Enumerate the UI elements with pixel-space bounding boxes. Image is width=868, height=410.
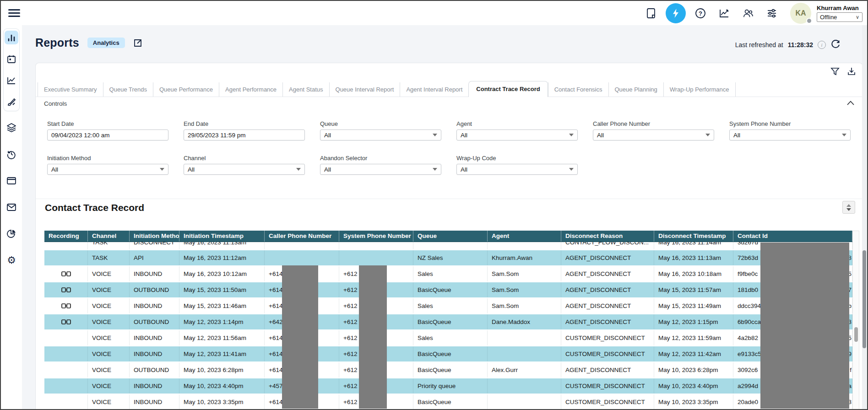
agents-icon[interactable] [743,8,754,19]
sidebar-item-reports[interactable] [5,31,18,44]
info-icon[interactable]: i [818,41,826,49]
chevron-down-icon [842,134,846,136]
table-row[interactable]: VOICEINBOUNDMay 12, 2023 11:56am+614+612… [44,330,852,346]
tab-agent-status[interactable]: Agent Status [282,82,329,97]
table-row[interactable]: VOICEOUTBOUNDMay 12, 2023 1:14pm+642+612… [44,314,852,330]
notes-icon[interactable] [646,8,656,19]
filter-select[interactable]: All [456,129,578,140]
tab-agent-interval-report[interactable]: Agent Interval Report [400,82,468,97]
table-row[interactable]: VOICEINBOUNDMay 15, 2023 11:46am+614+612… [44,298,852,314]
cell-method: INBOUND [130,330,179,345]
sidebar-item-trends[interactable] [5,74,18,87]
step-up-icon[interactable] [846,204,851,207]
recording-cell-empty [44,250,88,265]
sliders-icon[interactable] [766,8,777,19]
contact-id-tail: f [850,367,852,373]
sidebar-item-layers[interactable] [6,122,17,133]
help-icon[interactable]: ? [695,8,706,19]
sidebar-item-pie[interactable] [6,228,17,239]
collapse-chevron-icon[interactable] [847,100,854,106]
chevron-down-icon [160,168,164,171]
recording-cell[interactable] [44,282,88,297]
filter-select[interactable]: All [456,164,578,175]
column-header-system-phone-number[interactable]: System Phone Number [339,231,413,242]
tab-contact-forensics[interactable]: Contact Forensics [548,82,608,97]
step-down-icon[interactable] [846,208,851,211]
filter-select[interactable]: All [729,129,851,140]
page-scrollbar-thumb[interactable] [863,250,866,348]
date-input[interactable]: 09/04/2023 12:00 am [47,129,168,140]
recording-cell[interactable] [44,314,88,329]
table-scrollbar-thumb[interactable] [854,327,858,342]
sidebar-item-browser[interactable] [6,175,17,186]
tab-queue-planning[interactable]: Queue Planning [608,82,663,97]
sidebar-item-history[interactable] [6,149,17,160]
column-header-caller-phone-number[interactable]: Caller Phone Number [265,231,339,242]
control-field: QueueAll [320,120,441,140]
recording-cell[interactable] [44,266,88,281]
cell-disc_ts: May 15, 2023 11:57am [654,282,733,297]
contact-id-prefix: 3092c6 [738,367,758,373]
sidebar-item-settings[interactable]: ⚙ [6,255,17,266]
table-row[interactable]: VOICEINBOUNDMay 12, 2023 11:41am+614+612… [44,346,852,362]
recording-cell-empty [44,394,88,410]
download-icon[interactable] [847,67,856,76]
brush-icon [7,97,16,107]
recording-cell[interactable] [44,298,88,313]
sidebar-item-schedule[interactable] [5,52,18,66]
column-header-disconnect-timestamp[interactable]: Disconnect Timestamp [654,231,733,242]
filter-icon[interactable] [830,67,840,76]
sidebar-item-design[interactable] [5,95,18,109]
column-header-queue[interactable]: Queue [413,231,488,242]
sidebar-item-mail[interactable] [6,202,17,213]
table-row[interactable]: VOICEINBOUNDMay 10, 2023 3:35pm+614+612B… [44,394,852,410]
tab-agent-performance[interactable]: Agent Performance [219,82,282,97]
cell-agent: Dane.Maddox [488,314,561,329]
contact-id-prefix: ddcc394 [738,302,761,309]
chevron-down-icon: ∨ [856,14,859,20]
cell-method: OUTBOUND [130,314,179,329]
external-link-icon[interactable] [133,38,142,48]
date-input[interactable]: 29/05/2023 11:59 pm [184,129,305,140]
contact-id-prefix: 6b90cca [738,318,761,325]
column-header-recording[interactable]: Recording [44,231,88,242]
table-row[interactable]: TASKDISCONNECTMay 16, 2023 11:13amCONTAC… [44,242,852,250]
agent-status-select[interactable]: Offline∨ [817,12,863,22]
column-header-initiation-timestamp[interactable]: Initiation Timestamp [179,231,265,242]
tab-wrap-up-performance[interactable]: Wrap-Up Performance [663,82,736,97]
contact-id-prefix: f9fbe0c [738,270,758,277]
column-header-agent[interactable]: Agent [488,231,561,242]
filter-select[interactable]: All [47,164,168,175]
filter-select[interactable]: All [184,164,305,175]
filter-select[interactable]: All [320,164,441,175]
table-row[interactable]: VOICEOUTBOUNDMay 10, 2023 6:28pm+614+612… [44,362,852,378]
filter-select[interactable]: All [593,129,714,140]
table-row[interactable]: VOICEOUTBOUNDMay 15, 2023 11:50am+614+61… [44,282,852,298]
tab-queue-performance[interactable]: Queue Performance [153,82,219,97]
field-label: Agent [456,120,578,127]
column-header-initiation-method[interactable]: Initiation Method [130,231,179,242]
page-title: Reports [35,36,79,49]
column-header-channel[interactable]: Channel [88,231,130,242]
table-row[interactable]: VOICEINBOUNDMay 16, 2023 10:12am+614+612… [44,266,852,282]
filter-select[interactable]: All [320,129,441,140]
cell-init_ts: May 10, 2023 3:35pm [179,394,265,410]
hamburger-menu-icon[interactable] [8,7,20,18]
column-header-contact-id[interactable]: Contact Id [733,231,852,242]
refresh-icon[interactable] [830,40,841,50]
cell-reason: CUSTOMER_DISCONNECT [561,378,654,394]
tab-contract-trace-record[interactable]: Contract Trace Record [468,81,548,97]
column-header-disconnect-reason[interactable]: Disconnect Reason [561,231,654,242]
pie-chart-icon [6,229,16,239]
table-row[interactable]: TASKAPIMay 16, 2023 11:12amNZ SalesKhurr… [44,250,852,266]
table-row[interactable]: VOICEINBOUNDMay 10, 2023 4:40pm+457+612P… [44,378,852,394]
field-value: 09/04/2023 12:00 am [51,132,110,139]
cell-agent: Sam.Som [488,266,561,281]
cell-init_ts: May 10, 2023 6:28pm [179,362,265,378]
section-divider [36,199,863,199]
tab-executive-summary[interactable]: Executive Summary [38,82,103,97]
line-chart-icon[interactable] [719,8,730,19]
tab-queue-trends[interactable]: Queue Trends [103,82,153,97]
tab-queue-interval-report[interactable]: Queue Interval Report [329,82,400,97]
quick-actions-bolt-icon[interactable] [666,3,686,23]
